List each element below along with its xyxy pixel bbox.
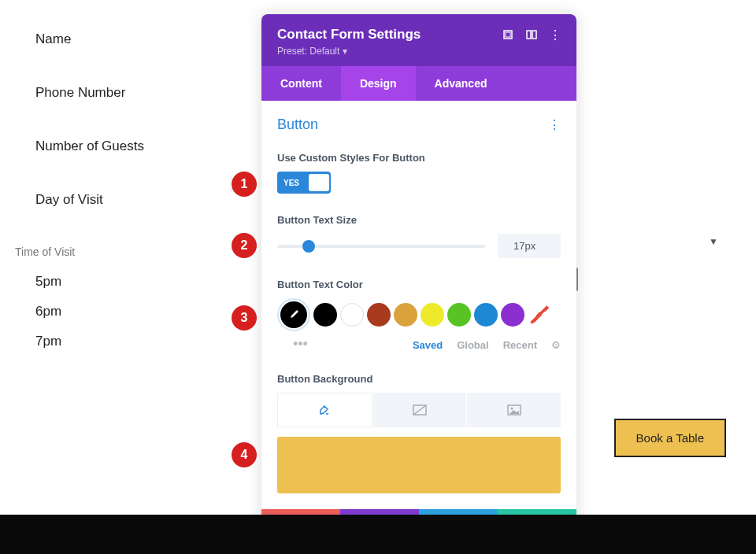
svg-point-6 bbox=[510, 408, 513, 410]
annotation-1: 1 bbox=[232, 172, 257, 197]
svg-rect-3 bbox=[532, 31, 536, 39]
custom-styles-toggle[interactable]: YES bbox=[277, 172, 331, 194]
expand-icon[interactable] bbox=[502, 29, 513, 40]
annotation-4: 4 bbox=[232, 442, 257, 467]
chevron-down-icon[interactable]: ▼ bbox=[709, 236, 718, 247]
bg-tab-color[interactable] bbox=[277, 393, 372, 427]
swatch-white[interactable] bbox=[340, 303, 364, 327]
tab-content[interactable]: Content bbox=[261, 66, 341, 101]
eyedropper-icon bbox=[280, 301, 307, 328]
tabs: Content Design Advanced bbox=[261, 66, 576, 101]
columns-icon[interactable] bbox=[526, 29, 537, 40]
bg-tab-image[interactable] bbox=[467, 393, 561, 427]
slider-thumb[interactable] bbox=[302, 240, 315, 253]
bg-color-preview[interactable] bbox=[277, 437, 561, 493]
field-guests[interactable]: Number of Guests bbox=[35, 138, 144, 154]
eyedropper-swatch[interactable] bbox=[277, 298, 310, 331]
swatch-darkred[interactable] bbox=[367, 303, 391, 327]
color-tab-saved[interactable]: Saved bbox=[413, 339, 443, 351]
bg-label: Button Background bbox=[277, 373, 561, 385]
swatch-yellow[interactable] bbox=[421, 303, 444, 327]
toggle-value: YES bbox=[279, 179, 299, 187]
swatch-transparent[interactable] bbox=[528, 303, 551, 327]
svg-rect-2 bbox=[527, 31, 531, 39]
bg-tab-gradient[interactable] bbox=[373, 393, 467, 427]
swatch-gold[interactable] bbox=[394, 303, 417, 327]
text-color-label: Button Text Color bbox=[277, 279, 561, 290]
page-footer bbox=[0, 515, 756, 554]
field-phone[interactable]: Phone Number bbox=[35, 85, 144, 101]
svg-rect-1 bbox=[506, 32, 510, 37]
color-tab-global[interactable]: Global bbox=[457, 339, 488, 351]
color-tab-recent[interactable]: Recent bbox=[503, 339, 537, 351]
text-size-label: Button Text Size bbox=[277, 214, 561, 226]
section-title[interactable]: Button bbox=[277, 116, 318, 133]
field-day[interactable]: Day of Visit bbox=[35, 192, 144, 208]
form-fields: Name Phone Number Number of Guests Day o… bbox=[0, 0, 144, 364]
tab-design[interactable]: Design bbox=[341, 66, 416, 101]
modal-header: Contact Form Settings ⋮ Preset: Default … bbox=[261, 14, 576, 66]
more-dots-icon[interactable]: ••• bbox=[277, 336, 308, 353]
book-table-button[interactable]: Book a Table bbox=[614, 419, 726, 457]
time-7pm[interactable]: 7pm bbox=[35, 334, 144, 349]
swatch-green[interactable] bbox=[447, 303, 471, 327]
swatch-purple[interactable] bbox=[501, 303, 524, 327]
kebab-icon[interactable]: ⋮ bbox=[550, 29, 561, 40]
time-5pm[interactable]: 5pm bbox=[35, 274, 144, 290]
preset-label[interactable]: Preset: Default ▾ bbox=[277, 46, 561, 57]
text-size-value[interactable]: 17px bbox=[498, 234, 561, 258]
time-section-label: Time of Visit bbox=[15, 246, 144, 258]
text-size-slider[interactable] bbox=[277, 245, 485, 248]
toggle-knob bbox=[309, 174, 329, 191]
field-name[interactable]: Name bbox=[35, 31, 144, 47]
gear-icon[interactable]: ⚙ bbox=[551, 339, 561, 351]
modal-title: Contact Form Settings bbox=[277, 27, 421, 42]
swatch-blue[interactable] bbox=[474, 303, 498, 327]
custom-styles-label: Use Custom Styles For Button bbox=[277, 152, 561, 164]
modal-body: Button ⋮ Use Custom Styles For Button YE… bbox=[261, 101, 576, 509]
color-swatches bbox=[277, 298, 561, 331]
swatch-black[interactable] bbox=[313, 303, 337, 327]
section-kebab-icon[interactable]: ⋮ bbox=[548, 117, 561, 132]
time-6pm[interactable]: 6pm bbox=[35, 304, 144, 319]
settings-modal: Contact Form Settings ⋮ Preset: Default … bbox=[261, 14, 576, 545]
annotation-2: 2 bbox=[232, 233, 257, 258]
tab-advanced[interactable]: Advanced bbox=[416, 66, 506, 101]
annotation-3: 3 bbox=[232, 305, 257, 331]
